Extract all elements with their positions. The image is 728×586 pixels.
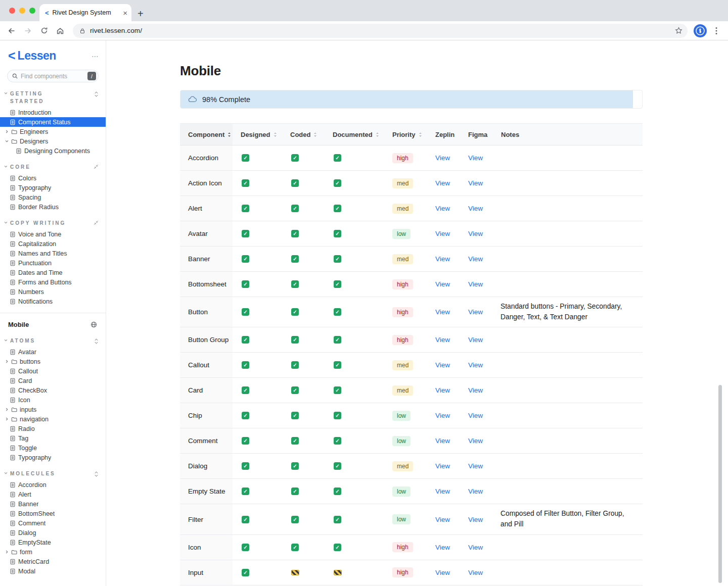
sidebar-item-bottomsheet[interactable]: BottomSheet: [0, 509, 106, 518]
sidebar-item-metriccard[interactable]: MetricCard: [0, 557, 106, 566]
zeplin-view-link[interactable]: View: [435, 487, 450, 495]
figma-view-link[interactable]: View: [468, 255, 483, 263]
sidebar-item-designers[interactable]: Designers: [0, 136, 106, 146]
forward-button[interactable]: [21, 24, 34, 37]
column-header-coded[interactable]: Coded: [282, 124, 325, 145]
zeplin-view-link[interactable]: View: [435, 230, 450, 237]
zeplin-view-link[interactable]: View: [435, 544, 450, 551]
column-header-designed[interactable]: Designed: [233, 124, 282, 145]
zeplin-view-link[interactable]: View: [435, 179, 450, 187]
figma-view-link[interactable]: View: [468, 308, 483, 316]
column-header-priority[interactable]: Priority: [384, 124, 430, 145]
home-button[interactable]: [54, 24, 67, 37]
zeplin-view-link[interactable]: View: [435, 569, 450, 576]
figma-view-link[interactable]: View: [468, 280, 483, 288]
bookmark-star-icon[interactable]: [675, 27, 682, 34]
zeplin-view-link[interactable]: View: [435, 462, 450, 470]
section-header-atoms[interactable]: Atoms: [0, 329, 106, 347]
sidebar-item-alert[interactable]: Alert: [0, 490, 106, 499]
sidebar-item-punctuation[interactable]: Punctuation: [0, 258, 106, 268]
zeplin-view-link[interactable]: View: [435, 437, 450, 445]
figma-view-link[interactable]: View: [468, 487, 483, 495]
zeplin-view-link[interactable]: View: [435, 308, 450, 316]
column-header-documented[interactable]: Documented: [325, 124, 384, 145]
sidebar-item-checkbox[interactable]: CheckBox: [0, 385, 106, 395]
sidebar-item-buttons[interactable]: buttons: [0, 357, 106, 366]
close-window-button[interactable]: [9, 8, 15, 14]
figma-view-link[interactable]: View: [468, 569, 483, 576]
zoom-window-button[interactable]: [29, 8, 35, 14]
page-scrollbar-thumb[interactable]: [718, 385, 722, 583]
zeplin-view-link[interactable]: View: [435, 205, 450, 212]
sidebar-item-spacing[interactable]: Spacing: [0, 192, 106, 202]
sidebar-item-engineers[interactable]: Engineers: [0, 127, 106, 136]
figma-view-link[interactable]: View: [468, 179, 483, 187]
sidebar-item-notifications[interactable]: Notifications: [0, 297, 106, 306]
figma-view-link[interactable]: View: [468, 462, 483, 470]
zeplin-view-link[interactable]: View: [435, 280, 450, 288]
sidebar-item-mobile[interactable]: Mobile: [0, 313, 106, 329]
sidebar-item-component-status[interactable]: Component Status: [0, 117, 106, 127]
figma-view-link[interactable]: View: [468, 544, 483, 551]
zeplin-view-link[interactable]: View: [435, 255, 450, 263]
reload-button[interactable]: [37, 24, 51, 37]
figma-view-link[interactable]: View: [468, 361, 483, 369]
section-header-molecules[interactable]: Molecules: [0, 462, 106, 480]
sidebar-item-form[interactable]: form: [0, 547, 106, 557]
sidebar-item-forms-and-buttons[interactable]: Forms and Buttons: [0, 277, 106, 287]
search-input[interactable]: [21, 73, 84, 80]
figma-view-link[interactable]: View: [468, 412, 483, 419]
new-tab-button[interactable]: +: [138, 9, 144, 19]
sidebar-item-inputs[interactable]: inputs: [0, 405, 106, 414]
sidebar-item-modal[interactable]: Modal: [0, 566, 106, 576]
sidebar-item-card[interactable]: Card: [0, 376, 106, 385]
figma-view-link[interactable]: View: [468, 437, 483, 445]
zeplin-view-link[interactable]: View: [435, 412, 450, 419]
figma-view-link[interactable]: View: [468, 516, 483, 523]
browser-tab[interactable]: < Rivet Design System ×: [39, 4, 131, 21]
sidebar-item-radio[interactable]: Radio: [0, 424, 106, 433]
sidebar-item-emptystate[interactable]: EmptyState: [0, 538, 106, 547]
address-bar[interactable]: rivet.lessen.com/: [73, 24, 688, 38]
sidebar-item-voice-and-tone[interactable]: Voice and Tone: [0, 229, 106, 239]
password-manager-extension-icon[interactable]: [694, 24, 707, 37]
sidebar-item-numbers[interactable]: Numbers: [0, 287, 106, 297]
sidebar-item-dialog[interactable]: Dialog: [0, 528, 106, 538]
sidebar-item-icon[interactable]: Icon: [0, 395, 106, 405]
sidebar-item-accordion[interactable]: Accordion: [0, 480, 106, 490]
close-tab-icon[interactable]: ×: [123, 9, 127, 17]
sidebar-item-toggle[interactable]: Toggle: [0, 443, 106, 453]
sidebar-item-callout[interactable]: Callout: [0, 366, 106, 376]
sidebar-item-colors[interactable]: Colors: [0, 173, 106, 183]
zeplin-view-link[interactable]: View: [435, 386, 450, 394]
back-button[interactable]: [5, 24, 18, 37]
sidebar-item-comment[interactable]: Comment: [0, 518, 106, 528]
sidebar-item-capitalization[interactable]: Capitalization: [0, 239, 106, 249]
sidebar-item-introduction[interactable]: Introduction: [0, 108, 106, 117]
sidebar-more-icon[interactable]: ⋯: [92, 52, 99, 60]
figma-view-link[interactable]: View: [468, 154, 483, 162]
sidebar-item-typography[interactable]: Typography: [0, 183, 106, 192]
figma-view-link[interactable]: View: [468, 205, 483, 212]
figma-view-link[interactable]: View: [468, 230, 483, 237]
figma-view-link[interactable]: View: [468, 336, 483, 344]
figma-view-link[interactable]: View: [468, 386, 483, 394]
sidebar-item-dates-and-time[interactable]: Dates and Time: [0, 268, 106, 277]
sidebar-item-designing-components[interactable]: Designing Components: [0, 146, 106, 156]
sidebar-item-typography[interactable]: Typography: [0, 453, 106, 462]
browser-menu-icon[interactable]: [710, 24, 723, 37]
section-header-copy-writing[interactable]: Copy Writing: [0, 212, 106, 229]
zeplin-view-link[interactable]: View: [435, 154, 450, 162]
column-header-component[interactable]: Component: [180, 124, 233, 145]
section-header-getting-started[interactable]: Getting Started: [0, 82, 106, 108]
sidebar-item-avatar[interactable]: Avatar: [0, 347, 106, 357]
sidebar-item-border-radius[interactable]: Border Radius: [0, 202, 106, 212]
sidebar-item-navigation[interactable]: navigation: [0, 414, 106, 424]
sidebar-item-names-and-titles[interactable]: Names and Titles: [0, 249, 106, 258]
sidebar-item-tag[interactable]: Tag: [0, 433, 106, 443]
section-header-core[interactable]: Core: [0, 156, 106, 173]
sidebar-item-banner[interactable]: Banner: [0, 499, 106, 509]
minimize-window-button[interactable]: [19, 8, 25, 14]
zeplin-view-link[interactable]: View: [435, 361, 450, 369]
zeplin-view-link[interactable]: View: [435, 336, 450, 344]
